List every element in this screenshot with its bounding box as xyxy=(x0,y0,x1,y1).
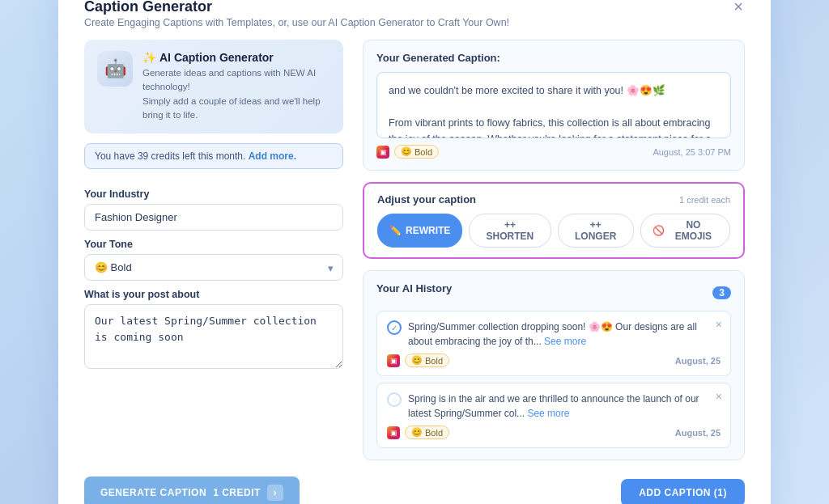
adjust-header: Adjust your caption 1 credit each xyxy=(377,193,730,205)
industry-field: Your Industry xyxy=(84,180,343,231)
modal-footer: GENERATE CAPTION 1 CREDIT › ADD CAPTION … xyxy=(84,476,745,504)
rewrite-button[interactable]: ✏️ REWRITE xyxy=(377,214,462,248)
longer-label: ++ LONGER xyxy=(570,219,622,242)
left-panel: 🤖 ✨ AI Caption Generator Generate ideas … xyxy=(84,40,343,460)
modal-header: Caption Generator Create Engaging Captio… xyxy=(84,0,745,28)
tone-badge: 😊 Bold xyxy=(394,145,439,159)
no-emojis-button[interactable]: 🚫 NO EMOJIS xyxy=(640,214,730,248)
generate-label: GENERATE CAPTION xyxy=(100,487,206,498)
modal-body: 🤖 ✨ AI Caption Generator Generate ideas … xyxy=(84,40,745,460)
history-item-close-1[interactable]: × xyxy=(716,318,722,331)
rewrite-icon: ✏️ xyxy=(389,225,402,236)
history-title: Your AI History xyxy=(376,282,452,294)
credits-text: You have 39 credits left this month. xyxy=(95,150,245,162)
close-button[interactable]: × xyxy=(732,0,745,15)
post-about-textarea[interactable]: Our latest Spring/Summer collection is c… xyxy=(84,304,343,369)
check-icon-1: ✓ xyxy=(387,320,402,335)
history-section: Your AI History 3 × ✓ Spring/Summer coll… xyxy=(363,270,745,460)
history-item-text-2: Spring is in the air and we are thrilled… xyxy=(408,392,721,421)
adjust-title: Adjust your caption xyxy=(377,193,476,205)
history-header: Your AI History 3 xyxy=(376,282,731,303)
list-item: × ✓ Spring/Summer collection dropping so… xyxy=(376,311,731,376)
history-item-header-2: ○ Spring is in the air and we are thrill… xyxy=(387,392,721,421)
generated-caption-section: Your Generated Caption: and we couldn't … xyxy=(363,40,745,171)
tone-label: Your Tone xyxy=(84,239,343,250)
credit-label: 1 CREDIT xyxy=(213,487,261,498)
tone-badge-history-1: 😊 Bold xyxy=(405,354,449,367)
post-about-label: What is your post about xyxy=(84,289,343,300)
modal-title: Caption Generator xyxy=(84,0,509,15)
see-more-link-2[interactable]: See more xyxy=(527,408,569,419)
history-item-footer-1: ▣ 😊 Bold August, 25 xyxy=(387,354,721,367)
industry-label: Your Industry xyxy=(84,188,343,200)
add-caption-button[interactable]: ADD CAPTION (1) xyxy=(621,479,745,504)
instagram-icon-history-2: ▣ xyxy=(387,426,400,439)
tone-select[interactable]: 😊 Bold xyxy=(84,254,343,281)
generated-caption-title: Your Generated Caption: xyxy=(376,52,731,64)
history-item-footer-2: ▣ 😊 Bold August, 25 xyxy=(387,426,721,439)
history-meta-2: ▣ 😊 Bold xyxy=(387,426,449,439)
modal-subtitle: Create Engaging Captions with Templates,… xyxy=(84,17,509,28)
list-item: × ○ Spring is in the air and we are thri… xyxy=(376,383,731,448)
caption-meta: ▣ 😊 Bold xyxy=(376,145,439,159)
caption-timestamp: August, 25 3:07 PM xyxy=(653,147,731,157)
adjust-caption-box: Adjust your caption 1 credit each ✏️ REW… xyxy=(363,182,745,259)
no-emojis-icon: 🚫 xyxy=(653,225,665,236)
ai-banner-title: ✨ AI Caption Generator xyxy=(142,51,330,64)
add-more-link[interactable]: Add more. xyxy=(249,150,296,162)
check-icon-2: ○ xyxy=(387,392,402,407)
instagram-icon-history-1: ▣ xyxy=(387,354,400,367)
generate-caption-button[interactable]: GENERATE CAPTION 1 CREDIT › xyxy=(84,476,300,504)
industry-input[interactable] xyxy=(84,204,343,231)
history-count: 3 xyxy=(712,286,731,299)
tone-badge-history-2: 😊 Bold xyxy=(405,426,449,439)
modal-title-area: Caption Generator Create Engaging Captio… xyxy=(84,0,509,28)
ai-banner: 🤖 ✨ AI Caption Generator Generate ideas … xyxy=(84,40,343,133)
robot-icon: 🤖 xyxy=(97,51,133,87)
adjust-buttons: ✏️ REWRITE ++ SHORTEN ++ LONGER 🚫 NO EMO… xyxy=(377,214,730,248)
history-item-header-1: ✓ Spring/Summer collection dropping soon… xyxy=(387,320,721,349)
tone-emoji: 😊 xyxy=(401,146,412,157)
credits-bar: You have 39 credits left this month. Add… xyxy=(84,143,343,169)
sparkle-icon: ✨ xyxy=(142,51,156,64)
caption-generator-modal: Caption Generator Create Engaging Captio… xyxy=(58,0,771,504)
see-more-link-1[interactable]: See more xyxy=(544,336,586,347)
tone-select-wrapper: 😊 Bold ▾ xyxy=(84,254,343,281)
history-item-close-2[interactable]: × xyxy=(716,390,722,403)
longer-button[interactable]: ++ LONGER xyxy=(558,214,634,248)
caption-footer: ▣ 😊 Bold August, 25 3:07 PM xyxy=(376,145,731,159)
right-panel: Your Generated Caption: and we couldn't … xyxy=(363,40,745,460)
shorten-button[interactable]: ++ SHORTEN xyxy=(469,214,551,248)
caption-text-line1: and we couldn't be more excited to share… xyxy=(389,85,665,96)
no-emojis-label: NO EMOJIS xyxy=(669,219,718,242)
ai-banner-text: ✨ AI Caption Generator Generate ideas an… xyxy=(142,51,330,122)
instagram-icon: ▣ xyxy=(376,146,389,159)
tone-field: Your Tone 😊 Bold ▾ xyxy=(84,231,343,281)
adjust-credit-note: 1 credit each xyxy=(679,195,730,205)
rewrite-label: REWRITE xyxy=(406,225,450,236)
history-date-1: August, 25 xyxy=(675,356,721,366)
history-list: × ✓ Spring/Summer collection dropping so… xyxy=(376,311,731,448)
caption-text-box: and we couldn't be more excited to share… xyxy=(376,72,731,138)
ai-banner-description: Generate ideas and captions with NEW AI … xyxy=(142,66,330,122)
history-item-text-1: Spring/Summer collection dropping soon! … xyxy=(408,320,721,349)
caption-text-line2: From vibrant prints to flowy fabrics, th… xyxy=(389,117,711,138)
history-meta-1: ▣ 😊 Bold xyxy=(387,354,449,367)
tone-label: Bold xyxy=(414,147,432,157)
history-date-2: August, 25 xyxy=(675,428,721,438)
arrow-icon: › xyxy=(267,485,283,501)
shorten-label: ++ SHORTEN xyxy=(481,219,538,242)
post-about-field: What is your post about Our latest Sprin… xyxy=(84,281,343,372)
